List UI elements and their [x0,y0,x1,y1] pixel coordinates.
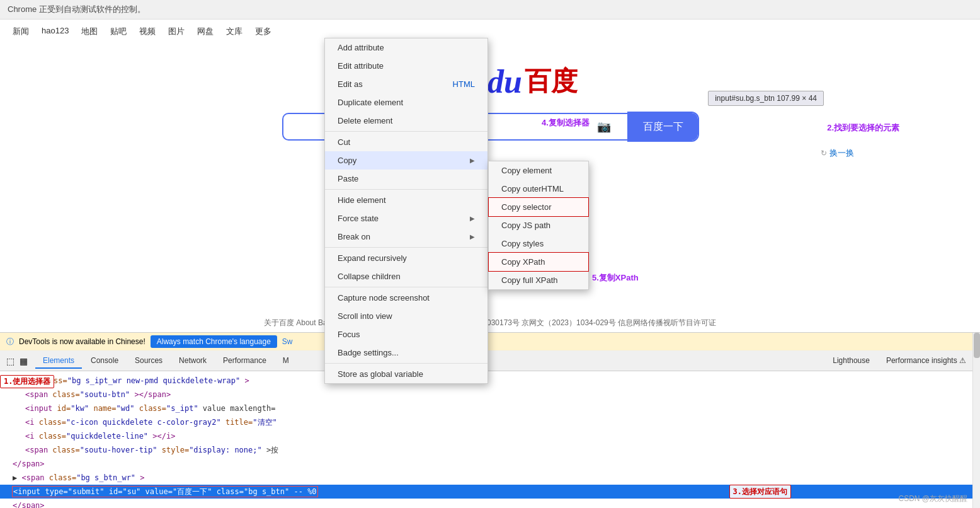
submenu-copy-styles[interactable]: Copy styles [489,234,588,253]
submenu-copy-xpath[interactable]: Copy XPath [489,253,588,271]
menu-badge-settings[interactable]: Badge settings... [325,343,487,362]
refresh-icon: ↻ [821,149,827,158]
break-arrow: ▶ [470,233,475,240]
submenu-copy-element[interactable]: Copy element [489,161,588,180]
annotation-select-line: 3.选择对应语句 [729,485,791,499]
html-line[interactable]: </span> [0,499,980,508]
html-line-selected[interactable]: <input type="submit" id="su" value="百度一下… [0,485,980,499]
tab-network[interactable]: Network [171,354,214,369]
top-banner: Chrome 正受到自动测试软件的控制。 [0,0,980,20]
scroll-label: Scroll into view [338,311,392,321]
submenu-copy-full-xpath[interactable]: Copy full XPath [489,271,588,289]
menu-duplicate-element[interactable]: Duplicate element [325,93,487,112]
menu-force-state[interactable]: Force state ▶ [325,209,487,228]
devtools-panel: ⓘ DevTools is now available in Chinese! … [0,332,980,508]
html-line[interactable]: <i class="c-icon quickdelete c-color-gra… [0,415,980,429]
devtools-scrollbar[interactable] [972,333,980,508]
copy-outer-label: Copy outerHTML [501,184,564,193]
csdn-watermark: CSDN @灰灰快醒醒 [898,494,967,504]
nav-hao123[interactable]: hao123 [42,26,69,37]
nav-news[interactable]: 新闻 [13,26,29,37]
separator-1 [325,131,487,132]
tab-console[interactable]: Console [83,354,126,369]
tab-sources[interactable]: Sources [127,354,170,369]
edit-attribute-label: Edit attribute [338,61,384,71]
separator-4 [325,287,487,287]
info-icon: ⓘ [6,337,14,347]
nav-netdisk[interactable]: 网盘 [197,26,214,37]
menu-break-on[interactable]: Break on ▶ [325,228,487,246]
menu-collapse-children[interactable]: Collapse children [325,267,487,286]
tab-performance-insights[interactable]: Performance insights ⚠ [879,354,974,369]
nav-wenku[interactable]: 文库 [226,26,242,37]
tab-lighthouse[interactable]: Lighthouse [825,354,877,369]
nav-tieba[interactable]: 贴吧 [110,26,127,37]
nav-map[interactable]: 地图 [81,26,98,37]
duplicate-label: Duplicate element [338,98,403,107]
add-attribute-label: Add attribute [338,43,384,52]
menu-focus[interactable]: Focus [325,325,487,343]
html-line[interactable]: <span class="bg s_ipt_wr new-pmd quickde… [0,374,980,388]
submenu-copy-outer[interactable]: Copy outerHTML [489,180,588,198]
annotation-copy-xpath: 5.复制XPath [592,272,639,284]
submenu-copy-selector[interactable]: Copy selector [489,198,588,216]
copy-xpath-label: Copy XPath [501,257,545,267]
separator-3 [325,247,487,248]
annotation-copy-selector: 4.复制选择器 [542,117,590,129]
hide-label: Hide element [338,195,386,205]
html-line[interactable]: <span class="soutu-btn" ></span> [0,388,980,401]
logo-text-du: du [487,63,522,100]
menu-edit-html[interactable]: Edit as HTML [325,75,487,93]
menu-cut[interactable]: Cut [325,133,487,151]
tooltip-text: input#su.bg.s_btn 107.99 × 44 [715,94,817,103]
html-line[interactable]: <input id="kw" name="wd" class="s_ipt" v… [0,401,980,415]
menu-edit-attribute[interactable]: Edit attribute [325,57,487,75]
menu-hide-element[interactable]: Hide element [325,191,487,209]
nav-video[interactable]: 视频 [139,26,156,37]
focus-label: Focus [338,330,360,339]
copy-js-label: Copy JS path [501,221,550,230]
separator-5 [325,363,487,364]
capture-label: Capture node screenshot [338,293,430,303]
copy-submenu: Copy element Copy outerHTML Copy selecto… [488,161,589,290]
switch-link[interactable]: Sw [282,337,293,346]
paste-label: Paste [338,174,358,183]
inspector-icon[interactable]: ▦ [20,356,28,366]
html-line[interactable]: <span class="soutu-hover-tip" style="dis… [0,443,980,457]
menu-delete-element[interactable]: Delete element [325,112,487,130]
baidu-center: Bai du 百度 📷 百度一下 [0,62,980,141]
force-label: Force state [338,214,379,223]
tab-performance[interactable]: Performance [215,354,274,369]
camera-icon[interactable]: 📷 [597,120,611,134]
scrollbar-thumb[interactable] [974,333,980,358]
nav-more[interactable]: 更多 [255,26,271,37]
always-match-button[interactable]: Always match Chrome's language [151,335,277,348]
menu-add-attribute[interactable]: Add attribute [325,38,487,57]
menu-expand-recursively[interactable]: Expand recursively [325,249,487,267]
logo-chinese: 百度 [525,64,578,99]
cut-label: Cut [338,137,350,147]
menu-capture-node[interactable]: Capture node screenshot [325,289,487,307]
menu-store-global[interactable]: Store as global variable [325,365,487,383]
menu-scroll-view[interactable]: Scroll into view [325,307,487,325]
tab-m[interactable]: M [275,354,297,369]
menu-copy[interactable]: Copy ▶ [325,151,487,170]
html-line[interactable]: </span> [0,457,980,471]
copy-arrow: ▶ [470,157,475,164]
submenu-copy-js[interactable]: Copy JS path [489,216,588,234]
tab-elements[interactable]: Elements [35,354,82,369]
delete-label: Delete element [338,116,392,125]
devtools-notification: ⓘ DevTools is now available in Chinese! … [0,333,980,351]
html-line[interactable]: <i class="quickdelete-line" ></i> [0,429,980,443]
copy-element-label: Copy element [501,166,552,175]
cursor-icon[interactable]: ⬚ [6,356,14,366]
devtools-tabs: ⬚ ▦ Elements Console Sources Network Per… [0,351,980,371]
force-arrow: ▶ [470,215,475,222]
nav-pic[interactable]: 图片 [168,26,185,37]
search-button[interactable]: 百度一下 [629,113,698,141]
menu-paste[interactable]: Paste [325,170,487,188]
store-label: Store as global variable [338,369,423,379]
html-line[interactable]: ▶ <span class="bg s_btn_wr" > [0,471,980,485]
baidu-nav: 新闻 hao123 地图 贴吧 视频 图片 网盘 文库 更多 [0,20,980,43]
exchange-link[interactable]: 换一换 [829,147,854,159]
